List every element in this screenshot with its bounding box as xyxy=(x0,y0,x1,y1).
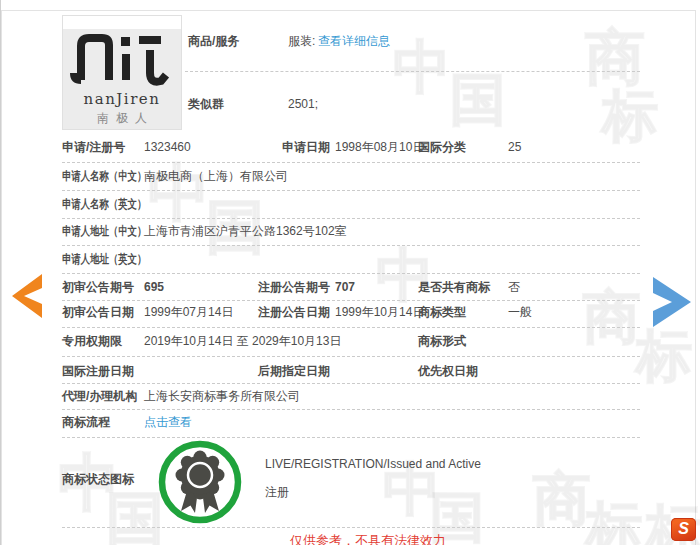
divider xyxy=(62,527,640,528)
table-row: 商标流程 点击查看 xyxy=(0,414,700,430)
field-label: 类似群 xyxy=(188,96,224,112)
table-row: 国际注册日期 后期指定日期 优先权日期 xyxy=(0,363,700,379)
logo-white-strip xyxy=(63,16,181,29)
divider xyxy=(62,356,640,357)
field-value: 695 xyxy=(144,279,164,295)
divider xyxy=(62,273,640,274)
field-label: 商标形式 xyxy=(418,333,466,349)
field-value: 服装: xyxy=(288,33,315,49)
field-label: 注册公告日期 xyxy=(246,304,330,320)
field-label: 国际注册日期 xyxy=(62,363,134,379)
prev-arrow-button[interactable] xyxy=(8,273,44,322)
table-row: 专用权期限 2019年10月14日 至 2029年10月13日 商标形式 xyxy=(0,333,700,349)
field-value: 一般 xyxy=(508,304,532,320)
table-row: 代理/办理机构 上海长安商标事务所有限公司 xyxy=(0,388,700,404)
divider xyxy=(62,383,640,384)
status-text: LIVE/REGISTRATION/Issued and Active xyxy=(265,457,481,471)
field-label: 申请人名称（中文） xyxy=(62,168,146,184)
field-label: 商标流程 xyxy=(62,414,110,430)
field-value: 707 xyxy=(335,279,355,295)
brand-name-chinese: 南极人 xyxy=(63,110,181,127)
divider xyxy=(62,409,640,410)
field-value: 25 xyxy=(508,139,521,155)
status-rosette-icon xyxy=(158,440,242,524)
field-value: 否 xyxy=(508,279,520,295)
table-row: 初审公告期号 695 注册公告期号 707 是否共有商标 否 xyxy=(0,279,700,295)
table-row: 申请/注册号 1323460 申请日期 1998年08月10日 国际分类 25 xyxy=(0,139,700,155)
field-label: 商品/服务 xyxy=(188,33,239,49)
divider xyxy=(62,245,640,246)
table-row: 初审公告日期 1999年07月14日 注册公告日期 1999年10月14日 商标… xyxy=(0,304,700,320)
divider xyxy=(62,300,640,301)
field-value: 2501; xyxy=(288,96,318,112)
table-row: 类似群 2501; xyxy=(0,96,700,112)
table-row: 申请人地址（英文） xyxy=(0,251,700,267)
table-row: 商标状态图标 xyxy=(0,471,700,487)
field-label: 代理/办理机构 xyxy=(62,388,137,404)
table-row: 申请人名称（中文） 南极电商（上海）有限公司 xyxy=(0,168,700,184)
field-label: 申请人名称（英文） xyxy=(62,196,146,212)
divider xyxy=(185,71,640,72)
field-value: 1999年07月14日 xyxy=(144,304,233,320)
divider xyxy=(62,327,640,328)
field-value: 1323460 xyxy=(144,139,191,155)
field-value: 1999年10月14日 xyxy=(335,304,424,320)
s-logo-badge[interactable]: S xyxy=(671,518,696,541)
table-row: 申请人名称（英文） xyxy=(0,196,700,212)
field-value: 1998年08月10日 xyxy=(335,139,424,155)
table-row: 申请人地址（中文） 上海市青浦区沪青平公路1362号102室 xyxy=(0,223,700,239)
divider xyxy=(62,437,640,438)
divider xyxy=(62,190,640,191)
field-label: 初审公告期号 xyxy=(62,279,134,295)
field-value: 2019年10月14日 至 2029年10月13日 xyxy=(144,333,341,349)
next-arrow-button[interactable] xyxy=(650,276,694,331)
disclaimer-text: 仅供参考，不具有法律效力 xyxy=(290,532,446,545)
table-row: 商品/服务 服装: 查看详细信息 xyxy=(0,33,700,49)
field-label: 初审公告日期 xyxy=(62,304,134,320)
view-process-link[interactable]: 点击查看 xyxy=(144,414,192,430)
field-label: 优先权日期 xyxy=(418,363,478,379)
view-detail-link[interactable]: 查看详细信息 xyxy=(318,33,390,49)
field-label: 专用权期限 xyxy=(62,333,122,349)
field-label: 商标类型 xyxy=(418,304,466,320)
field-label: 商标状态图标 xyxy=(62,471,134,487)
field-label: 是否共有商标 xyxy=(418,279,490,295)
field-label: 后期指定日期 xyxy=(246,363,330,379)
field-value: 上海市青浦区沪青平公路1362号102室 xyxy=(144,223,347,239)
field-label: 申请/注册号 xyxy=(62,139,125,155)
field-label: 申请人地址（英文） xyxy=(62,251,146,267)
divider xyxy=(62,218,640,219)
field-value: 上海长安商标事务所有限公司 xyxy=(144,388,300,404)
field-label: 申请日期 xyxy=(246,139,330,155)
field-label: 国际分类 xyxy=(418,139,466,155)
field-value: 南极电商（上海）有限公司 xyxy=(144,168,288,184)
divider xyxy=(62,162,640,163)
chevron-left-icon xyxy=(8,273,44,319)
status-text-cn: 注册 xyxy=(265,484,289,501)
field-label: 申请人地址（中文） xyxy=(62,223,146,239)
chevron-right-icon xyxy=(650,276,694,328)
field-label: 注册公告期号 xyxy=(246,279,330,295)
